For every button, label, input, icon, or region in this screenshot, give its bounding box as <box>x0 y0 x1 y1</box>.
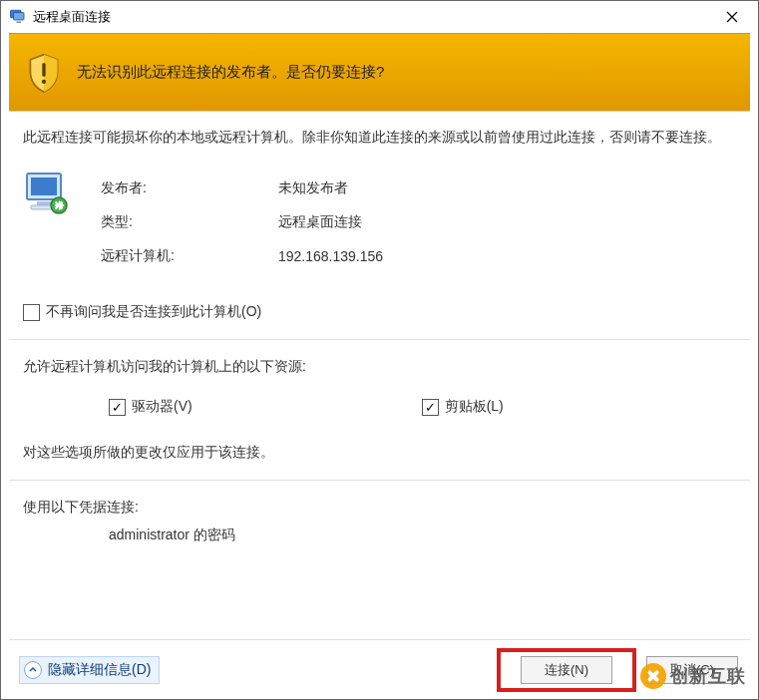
computer-icon <box>23 170 71 217</box>
clipboard-label: 剪贴板(L) <box>445 398 504 416</box>
credentials-title: 使用以下凭据连接: <box>23 499 738 517</box>
remote-computer-value: 192.168.139.156 <box>278 248 383 264</box>
table-row: 远程计算机: 192.168.139.156 <box>101 239 383 273</box>
table-row: 发布者: 未知发布者 <box>101 172 383 205</box>
table-row: 类型: 远程桌面连接 <box>101 205 383 239</box>
connection-info: 发布者: 未知发布者 类型: 远程桌面连接 远程计算机: 192.168.139… <box>101 172 383 273</box>
dont-ask-checkbox-row[interactable]: 不再询问我是否连接到此计算机(O) <box>23 303 738 321</box>
publisher-value: 未知发布者 <box>278 179 348 197</box>
drives-label: 驱动器(V) <box>132 398 192 416</box>
shield-warning-icon <box>27 53 61 93</box>
description-text: 此远程连接可能损坏你的本地或远程计算机。除非你知道此连接的来源或以前曾使用过此连… <box>23 126 738 148</box>
dialog-window: 远程桌面连接 无法识别此远程连接的发布者。是否仍要连接? 此远程连接可能损坏你的… <box>0 0 759 700</box>
svg-rect-2 <box>17 22 22 24</box>
svg-rect-1 <box>14 13 25 21</box>
svg-rect-7 <box>37 201 51 205</box>
connect-button[interactable]: 连接(N) <box>521 656 612 684</box>
drives-checkbox[interactable] <box>109 399 126 416</box>
remote-computer-label: 远程计算机: <box>101 247 278 265</box>
svg-point-4 <box>42 79 46 83</box>
clipboard-checkbox[interactable] <box>422 399 439 416</box>
type-value: 远程桌面连接 <box>278 213 362 231</box>
chevron-up-icon <box>24 661 42 679</box>
window-title: 远程桌面连接 <box>33 8 710 26</box>
resources-title: 允许远程计算机访问我的计算机上的以下资源: <box>23 358 738 376</box>
app-icon <box>9 8 27 26</box>
clipboard-checkbox-row[interactable]: 剪贴板(L) <box>422 398 504 416</box>
close-button[interactable] <box>710 2 754 32</box>
publisher-label: 发布者: <box>101 179 278 197</box>
credentials-line: administrator 的密码 <box>23 526 738 544</box>
drives-checkbox-row[interactable]: 驱动器(V) <box>109 398 192 416</box>
hide-details-button[interactable]: 隐藏详细信息(D) <box>19 656 160 684</box>
warning-text: 无法识别此远程连接的发布者。是否仍要连接? <box>77 63 384 82</box>
dont-ask-checkbox[interactable] <box>23 304 40 321</box>
bottom-bar: 隐藏详细信息(D) 连接(N) 取消(C) <box>9 639 750 699</box>
cancel-button[interactable]: 取消(C) <box>646 656 738 684</box>
connect-highlight: 连接(N) <box>497 648 636 692</box>
titlebar: 远程桌面连接 <box>1 1 758 33</box>
type-label: 类型: <box>101 213 278 231</box>
warning-banner: 无法识别此远程连接的发布者。是否仍要连接? <box>9 34 750 112</box>
dont-ask-label: 不再询问我是否连接到此计算机(O) <box>46 303 261 321</box>
resources-note: 对这些选项所做的更改仅应用于该连接。 <box>23 444 738 462</box>
svg-rect-6 <box>31 177 57 195</box>
svg-rect-3 <box>42 63 45 77</box>
hide-details-label: 隐藏详细信息(D) <box>48 661 151 679</box>
